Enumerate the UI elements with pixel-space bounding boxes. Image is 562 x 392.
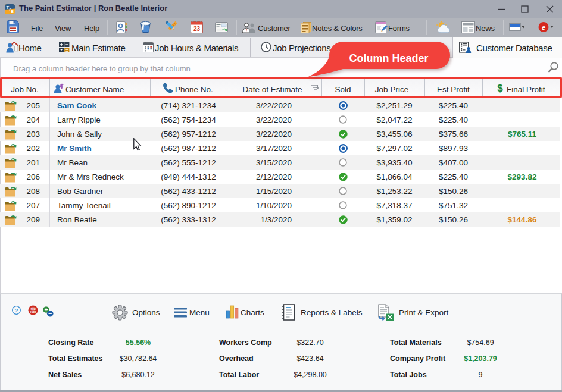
svg-text:?: ?	[15, 307, 18, 313]
svg-text:E: E	[11, 10, 14, 14]
svg-text:e: e	[542, 24, 545, 31]
svg-text:23: 23	[193, 26, 201, 32]
svg-text:$: $	[497, 83, 503, 94]
svg-text:Column Header: Column Header	[349, 52, 428, 64]
svg-text:Tube: Tube	[30, 311, 36, 313]
